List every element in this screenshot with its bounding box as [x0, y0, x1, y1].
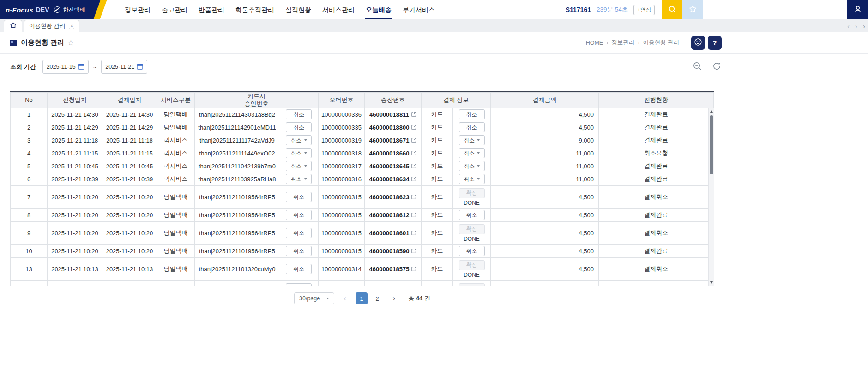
cell-no: 2: [11, 121, 48, 134]
invoice-external-link-icon[interactable]: [411, 230, 416, 236]
cell-pay-action: 취소: [453, 160, 491, 173]
invoice-external-link-icon[interactable]: [411, 163, 416, 169]
cell-request-date: 2025-11-21 14:30: [48, 108, 102, 121]
cell-service-type: 당일택배: [157, 257, 195, 280]
refresh-button[interactable]: [712, 61, 722, 72]
nav-item-3[interactable]: 반품관리: [198, 0, 225, 19]
nav-item-5[interactable]: 실적현황: [284, 0, 312, 19]
approval-cancel-button[interactable]: 취소: [286, 228, 312, 238]
app-logo[interactable]: n-Focus DEV 한진택배: [0, 0, 115, 19]
cell-status: 결제완료: [599, 134, 714, 147]
invoice-number: 460000018645: [369, 163, 410, 170]
invoice-number: 460000018671: [369, 137, 410, 144]
chevron-down-icon: [477, 165, 480, 167]
cell-status: 결제완료: [599, 208, 714, 221]
page-size-value: 30/page: [299, 295, 320, 302]
nav-item-8[interactable]: 부가서비스: [402, 0, 436, 19]
approval-cancel-button[interactable]: 취소: [286, 109, 312, 119]
approval-cancel-button[interactable]: 취소: [286, 210, 312, 220]
approval-cancel-button[interactable]: 취소: [286, 264, 312, 274]
cell-amount: [491, 280, 599, 286]
payment-cancel-button[interactable]: 취소: [459, 174, 485, 184]
date-to-input[interactable]: 2025-11-21: [101, 60, 147, 74]
calendar-icon[interactable]: [78, 63, 84, 71]
cell-approval: 취소: [195, 280, 319, 286]
pagination-next[interactable]: ›: [388, 292, 400, 304]
cell-payment-date: 2025-11-21 10:20: [102, 244, 157, 257]
nav-item-2[interactable]: 출고관리: [161, 0, 188, 19]
scrollbar-thumb[interactable]: [710, 115, 713, 174]
breadcrumb-item[interactable]: 이용현황 관리: [643, 39, 679, 47]
approval-cancel-button[interactable]: 취소: [286, 135, 312, 145]
feedback-button[interactable]: [691, 36, 705, 50]
approval-number: thanj202511211019564rRP5: [195, 212, 279, 219]
invoice-external-link-icon[interactable]: [411, 125, 416, 130]
date-from-input[interactable]: 2025-11-15: [42, 60, 89, 74]
invoice-external-link-icon[interactable]: [411, 194, 416, 200]
cell-status: 결제취소: [599, 257, 714, 280]
cell-amount: 4,500: [491, 257, 599, 280]
profile-button[interactable]: [847, 0, 868, 19]
table-row: 132025-11-21 10:132025-11-21 10:13당일택배th…: [11, 257, 714, 280]
nav-item-6[interactable]: 서비스관리: [321, 0, 356, 19]
payment-cancel-button[interactable]: 취소: [459, 161, 485, 171]
pagination-page-1[interactable]: 1: [356, 292, 368, 304]
tab-usage-management[interactable]: 이용현황 관리 ✕: [24, 20, 79, 32]
cell-no: 10: [11, 244, 48, 257]
cell-order-no: 100000000319: [319, 134, 365, 147]
approval-cancel-button[interactable]: 취소: [286, 246, 312, 256]
breadcrumb-item[interactable]: 정보관리: [611, 39, 634, 47]
extend-session-button[interactable]: +연장: [633, 5, 655, 15]
invoice-external-link-icon[interactable]: [411, 248, 416, 254]
nav-item-1[interactable]: 정보관리: [124, 0, 151, 19]
approval-cancel-button[interactable]: 취소: [286, 174, 312, 184]
payment-cancel-button[interactable]: 취소: [459, 246, 485, 256]
vertical-scrollbar[interactable]: [708, 108, 714, 286]
payment-cancel-button[interactable]: 취소: [459, 148, 485, 158]
approval-cancel-button[interactable]: 취소: [286, 283, 312, 286]
cell-status: 결제완료: [599, 108, 714, 121]
col-invoice-no: 송장번호: [365, 93, 422, 108]
payment-cancel-button[interactable]: 취소: [459, 210, 485, 220]
approval-cancel-button[interactable]: 취소: [286, 122, 312, 132]
invoice-external-link-icon[interactable]: [411, 150, 416, 156]
refresh-icon: [712, 61, 722, 72]
pagination-page-2[interactable]: 2: [371, 292, 383, 304]
tab-scroll-right-icon[interactable]: ›: [855, 22, 857, 30]
invoice-external-link-icon[interactable]: [411, 112, 416, 117]
cell-invoice-no: 460000018601: [365, 221, 422, 244]
payment-cancel-button[interactable]: 취소: [459, 109, 485, 119]
scroll-down-icon[interactable]: [710, 281, 713, 284]
approval-cancel-button[interactable]: 취소: [286, 148, 312, 158]
approval-cancel-button[interactable]: 취소: [286, 192, 312, 202]
top-bar: n-Focus DEV 한진택배 정보관리출고관리반품관리화물추적관리실적현황서…: [0, 0, 868, 19]
global-search-button[interactable]: [662, 0, 682, 19]
invoice-external-link-icon[interactable]: [411, 137, 416, 143]
favorites-button[interactable]: [682, 0, 703, 19]
invoice-external-link-icon[interactable]: [411, 266, 416, 272]
payment-cancel-button[interactable]: 취소: [459, 135, 485, 145]
tab-close-icon[interactable]: ✕: [69, 24, 74, 29]
nav-item-4[interactable]: 화물추적관리: [235, 0, 275, 19]
pagination-prev[interactable]: ‹: [339, 292, 351, 304]
favorite-page-icon[interactable]: ☆: [67, 38, 74, 47]
invoice-external-link-icon[interactable]: [411, 212, 416, 218]
page-size-select[interactable]: 30/page: [294, 292, 334, 304]
calendar-icon[interactable]: [137, 63, 143, 71]
cell-no: 4: [11, 147, 48, 160]
cell-invoice-no: 460000018645: [365, 160, 422, 173]
cell-order-no: 100000000336: [319, 108, 365, 121]
approval-cancel-button[interactable]: 취소: [286, 161, 312, 171]
payment-cancel-button[interactable]: 취소: [459, 122, 485, 132]
cell-status: 결제완료: [599, 121, 714, 134]
collapse-search-button[interactable]: [692, 61, 703, 73]
invoice-external-link-icon[interactable]: [411, 176, 416, 182]
breadcrumb-item[interactable]: HOME: [586, 40, 603, 46]
tab-overflow-icon[interactable]: ›: [863, 22, 865, 30]
home-tab[interactable]: [4, 20, 22, 32]
scroll-up-icon[interactable]: [710, 110, 713, 113]
nav-item-7[interactable]: 오늘배송: [365, 0, 392, 19]
tab-scroll-left-icon[interactable]: ‹: [847, 22, 850, 30]
help-button[interactable]: ?: [708, 36, 722, 50]
cell-request-date: 2025-11-21 10:20: [48, 244, 102, 257]
